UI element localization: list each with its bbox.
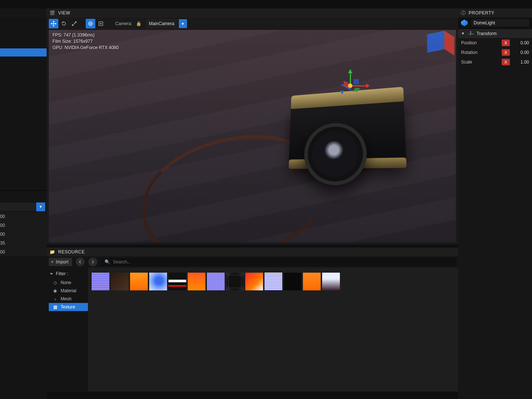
resource-title-text: RESOURCE: [58, 249, 85, 255]
left-sidebar: ▼ 00 00 00 35 00: [0, 0, 47, 399]
filter-icon[interactable]: ▼: [36, 202, 45, 211]
resource-search[interactable]: 🔍: [101, 258, 456, 266]
none-icon: ◇: [52, 280, 58, 285]
field-value[interactable]: 00: [0, 214, 5, 219]
thumbnail-grid: [88, 267, 458, 392]
camera-filter-button[interactable]: ▼: [179, 19, 187, 28]
camera-select[interactable]: MainCamera: [146, 19, 177, 28]
plus-icon: +: [51, 259, 54, 265]
viewport[interactable]: FPS: 747 (1.3396ms) Film Size: 1576x977 …: [49, 30, 456, 242]
rotation-label: Rotation: [461, 50, 499, 55]
texture-thumbnail[interactable]: [111, 273, 129, 290]
left-inspector: ▼ 00 00 00 35 00: [0, 190, 47, 399]
view-title-text: VIEW: [58, 10, 71, 16]
left-dropdown[interactable]: [0, 203, 36, 211]
scale-label: Scale: [461, 59, 499, 65]
field-value[interactable]: 00: [0, 249, 5, 255]
view-panel-title: 🎬 VIEW: [47, 8, 458, 17]
object-cube-icon: [461, 20, 468, 26]
texture-thumbnail[interactable]: [284, 273, 301, 290]
field-value[interactable]: 00: [0, 232, 5, 237]
texture-thumbnail[interactable]: [303, 273, 321, 290]
import-label: Import: [56, 259, 68, 265]
scale-x-value[interactable]: 1.00: [513, 59, 529, 65]
tree-row[interactable]: [0, 40, 47, 48]
global-space-button[interactable]: [86, 19, 95, 28]
camera-label: Camera:: [115, 21, 132, 26]
scale-row: Scale X 1.00: [458, 57, 532, 67]
resource-toolbar: + Import 🔍: [47, 256, 458, 267]
position-x-value[interactable]: 0.00: [513, 40, 529, 45]
x-axis-badge[interactable]: X: [502, 49, 510, 56]
import-button[interactable]: + Import: [49, 258, 72, 266]
filter-heading: ⏷ Filter :: [50, 271, 87, 276]
texture-thumbnail[interactable]: [226, 273, 244, 290]
resource-panel: 📁 RESOURCE + Import 🔍: [47, 248, 458, 392]
filter-icon: ⏷: [50, 272, 54, 276]
lock-icon[interactable]: 🔒: [136, 21, 141, 26]
transform-label: Transform: [477, 31, 497, 36]
view-toolbar: Camera: 🔒 MainCamera ▼: [47, 17, 458, 30]
viewport-stats: FPS: 747 (1.3396ms) Film Size: 1576x977 …: [52, 32, 119, 51]
add-button[interactable]: [96, 19, 106, 28]
axes-icon: [468, 31, 474, 37]
mesh-icon: ⬨: [52, 296, 58, 301]
resource-filter-sidebar: ⏷ Filter : ◇ None ◉ Material ⬨ Mesh: [47, 267, 88, 392]
rotate-tool-button[interactable]: [59, 19, 69, 28]
field-value[interactable]: 00: [0, 223, 5, 228]
transform-section-header[interactable]: ▼ Transform: [458, 28, 532, 38]
gpu-text: GPU: NVIDIA GeForce RTX 4080: [52, 45, 119, 51]
film-size-text: Film Size: 1576x977: [52, 38, 119, 45]
x-axis-badge[interactable]: X: [502, 59, 510, 65]
move-tool-button[interactable]: [49, 19, 58, 28]
property-panel: ⓘ PROPERTY DomeLight ▼ Transform Positio…: [458, 0, 532, 399]
texture-thumbnail[interactable]: [245, 273, 263, 290]
folder-icon: 📁: [50, 249, 55, 255]
rotation-row: Rotation X 0.00: [458, 48, 532, 57]
info-icon: ⓘ: [461, 10, 466, 16]
property-panel-title: ⓘ PROPERTY: [458, 8, 532, 17]
filter-item-material[interactable]: ◉ Material: [49, 287, 88, 295]
tree-row-selected[interactable]: [0, 48, 47, 57]
object-name-field[interactable]: DomeLight: [471, 19, 529, 27]
texture-thumbnail[interactable]: [207, 273, 225, 290]
material-icon: ◉: [52, 288, 58, 293]
position-row: Position X 0.00: [458, 38, 532, 48]
camera-name: MainCamera: [149, 21, 174, 26]
texture-thumbnail[interactable]: [130, 273, 148, 290]
field-value[interactable]: 35: [0, 241, 5, 246]
clapboard-icon: 🎬: [50, 10, 55, 16]
search-input[interactable]: [113, 259, 452, 265]
scene-panel-header: [0, 8, 47, 18]
nav-forward-button[interactable]: [88, 258, 97, 266]
object-header: DomeLight: [458, 17, 532, 28]
transform-gizmo[interactable]: [333, 69, 366, 102]
texture-thumbnail[interactable]: [188, 273, 205, 290]
texture-icon: ▦: [52, 304, 58, 310]
filter-item-mesh[interactable]: ⬨ Mesh: [49, 295, 88, 303]
filter-item-texture[interactable]: ▦ Texture: [49, 303, 88, 311]
x-axis-badge[interactable]: X: [502, 40, 510, 46]
texture-thumbnail[interactable]: [149, 273, 167, 290]
position-label: Position: [461, 40, 499, 45]
chevron-down-icon: ▼: [461, 31, 465, 35]
texture-thumbnail[interactable]: [322, 273, 340, 290]
resource-panel-title: 📁 RESOURCE: [47, 248, 458, 256]
texture-thumbnail[interactable]: [92, 273, 109, 290]
view-panel: 🎬 VIEW: [47, 8, 458, 245]
rotation-x-value[interactable]: 0.00: [513, 50, 529, 55]
search-icon: 🔍: [105, 259, 110, 265]
texture-thumbnail[interactable]: [265, 273, 282, 290]
nav-back-button[interactable]: [76, 258, 85, 266]
scale-tool-button[interactable]: [69, 19, 79, 28]
property-title-text: PROPERTY: [469, 10, 495, 16]
texture-thumbnail[interactable]: [168, 273, 186, 290]
navigation-cube[interactable]: [432, 34, 450, 56]
fps-text: FPS: 747 (1.3396ms): [52, 32, 119, 38]
filter-item-none[interactable]: ◇ None: [49, 279, 88, 287]
